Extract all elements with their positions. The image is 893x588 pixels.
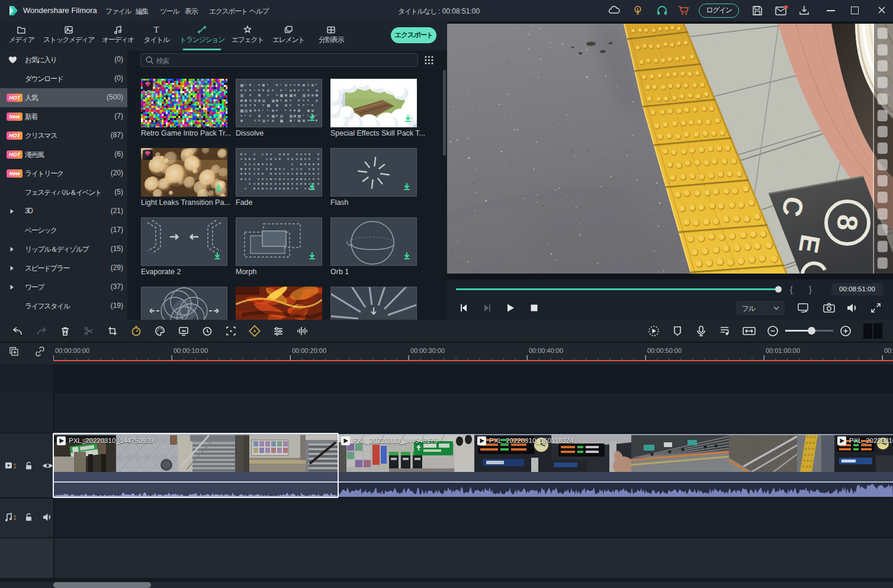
svg-text:00:00:00:00: 00:00:00:00 xyxy=(55,347,89,354)
svg-text:00:00:10:00: 00:00:10:00 xyxy=(174,347,208,354)
svg-text:1: 1 xyxy=(13,462,17,470)
svg-text:00:01:00:00: 00:01:00:00 xyxy=(766,347,800,354)
svg-text:00:00:30:00: 00:00:30:00 xyxy=(410,347,445,354)
svg-text:T: T xyxy=(153,25,159,34)
svg-text:00:00:20:00: 00:00:20:00 xyxy=(292,347,326,354)
svg-text:00:00:50:00: 00:00:50:00 xyxy=(647,347,682,354)
svg-text:1: 1 xyxy=(13,514,17,521)
svg-text:00:00:40:00: 00:00:40:00 xyxy=(529,347,563,354)
svg-text:00:01:10:00: 00:01:10:00 xyxy=(884,347,893,354)
svg-text:8: 8 xyxy=(831,213,864,232)
